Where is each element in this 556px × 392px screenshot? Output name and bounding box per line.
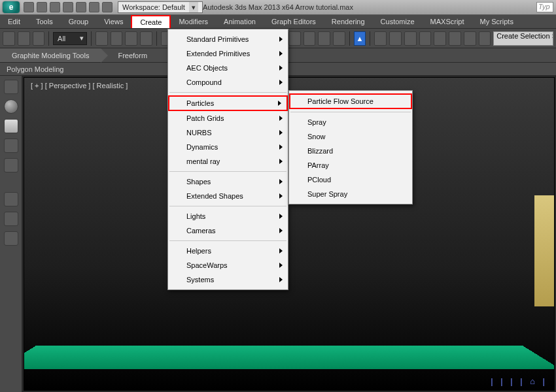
- menu-my-scripts[interactable]: My Scripts: [472, 15, 521, 28]
- chevron-down-icon[interactable]: ▾: [189, 2, 198, 12]
- menu-animation[interactable]: Animation: [216, 15, 264, 28]
- schematic-icon[interactable]: [434, 31, 446, 46]
- menu-separator: [169, 240, 287, 241]
- dock-tshirt-icon[interactable]: [4, 119, 18, 133]
- create-menu-item-aec-objects[interactable]: AEC Objects: [168, 61, 288, 75]
- select-region-icon[interactable]: [125, 31, 137, 46]
- render-setup-icon[interactable]: [464, 31, 476, 46]
- toolbar-separator: [156, 31, 157, 46]
- app-logo[interactable]: e: [3, 1, 20, 13]
- particles-menu-item-blizzard[interactable]: Blizzard: [289, 144, 412, 158]
- dock-fx-icon[interactable]: [4, 158, 18, 172]
- particles-menu-item-parray[interactable]: PArray: [289, 158, 412, 172]
- quick-access-toolbar: [24, 2, 113, 12]
- layers-icon[interactable]: [404, 31, 417, 46]
- particles-submenu: Particle Flow SourceSpraySnowBlizzardPAr…: [288, 90, 413, 204]
- main-menubar: EditToolsGroupViewsCreateModifiersAnimat…: [0, 14, 556, 29]
- dock-sphere-icon[interactable]: [4, 99, 18, 114]
- create-menu-item-compound[interactable]: Compound: [168, 75, 288, 90]
- menu-views[interactable]: Views: [96, 15, 131, 28]
- select-name-icon[interactable]: [111, 31, 123, 46]
- ribbon-tab-freeform[interactable]: Freeform: [101, 48, 159, 62]
- create-selection-set-button[interactable]: Create Selection Se: [493, 31, 553, 46]
- dock-brush-icon[interactable]: [4, 139, 18, 153]
- menu-separator: [290, 112, 411, 112]
- title-bar: e Workspace: Default ▾ Autodesk 3ds Max …: [0, 0, 556, 14]
- title-search-input[interactable]: Typ: [536, 2, 553, 12]
- dock-sound-icon[interactable]: [4, 192, 18, 206]
- toolbar-separator: [370, 31, 370, 46]
- create-menu-item-shapes[interactable]: Shapes: [168, 174, 288, 189]
- create-menu: Standard PrimitivesExtended PrimitivesAE…: [167, 29, 288, 290]
- workspace-label: Workspace: Default: [122, 3, 185, 11]
- menu-group[interactable]: Group: [61, 15, 97, 28]
- dock-record-icon[interactable]: [4, 231, 18, 246]
- menu-rendering[interactable]: Rendering: [324, 15, 373, 28]
- dock-camera-icon[interactable]: [4, 80, 18, 94]
- create-menu-item-helpers[interactable]: Helpers: [168, 244, 288, 258]
- spinnersnap-icon[interactable]: [333, 31, 345, 46]
- create-menu-item-extended-primitives[interactable]: Extended Primitives: [168, 46, 288, 61]
- named-selection-icon[interactable]: ▲: [354, 31, 366, 46]
- create-menu-item-standard-primitives[interactable]: Standard Primitives: [168, 32, 288, 46]
- menu-modifiers[interactable]: Modifiers: [171, 15, 216, 28]
- particles-menu-item-snow[interactable]: Snow: [289, 129, 412, 144]
- ribbon-tab-graphite[interactable]: Graphite Modeling Tools: [0, 48, 101, 62]
- qat-link-icon[interactable]: [89, 2, 99, 12]
- toolbar-separator: [349, 31, 350, 46]
- viewport-label[interactable]: [ + ] [ Perspective ] [ Realistic ]: [31, 82, 128, 90]
- selection-filter-label: All: [58, 35, 65, 42]
- create-menu-item-cameras[interactable]: Cameras: [168, 223, 288, 238]
- create-menu-item-particles[interactable]: Particles: [168, 95, 288, 111]
- anglesnap-icon[interactable]: [304, 31, 316, 46]
- menu-maxscript[interactable]: MAXScript: [423, 15, 472, 28]
- toolbar-separator: [91, 31, 92, 46]
- workspace-selector[interactable]: Workspace: Default ▾: [118, 1, 203, 13]
- create-menu-item-lights[interactable]: Lights: [168, 209, 288, 223]
- snap-icon[interactable]: [288, 31, 301, 46]
- create-menu-item-dynamics[interactable]: Dynamics: [168, 140, 288, 154]
- qat-open-icon[interactable]: [37, 2, 47, 12]
- menu-edit[interactable]: Edit: [0, 15, 28, 28]
- qat-redo-icon[interactable]: [76, 2, 86, 12]
- create-menu-item-spacewarps[interactable]: SpaceWarps: [168, 258, 288, 272]
- select-icon[interactable]: [96, 31, 108, 46]
- align-icon[interactable]: [389, 31, 402, 46]
- particles-menu-item-pcloud[interactable]: PCloud: [289, 172, 412, 187]
- menu-graph-editors[interactable]: Graph Editors: [264, 15, 324, 28]
- scene-box-object[interactable]: [534, 195, 555, 306]
- window-crossing-icon[interactable]: [140, 31, 152, 46]
- create-menu-item-extended-shapes[interactable]: Extended Shapes: [168, 189, 288, 203]
- qat-save-icon[interactable]: [50, 2, 60, 12]
- scene-ground-plane[interactable]: [24, 346, 555, 369]
- selection-filter-dropdown[interactable]: All: [53, 32, 87, 45]
- particles-menu-item-particle-flow-source[interactable]: Particle Flow Source: [289, 93, 412, 109]
- material-icon[interactable]: [449, 31, 461, 46]
- qat-new-icon[interactable]: [24, 2, 34, 12]
- create-menu-item-patch-grids[interactable]: Patch Grids: [168, 111, 288, 125]
- unlink-icon[interactable]: [18, 31, 30, 46]
- create-menu-item-nurbs[interactable]: NURBS: [168, 125, 288, 140]
- mirror-icon[interactable]: [374, 31, 387, 46]
- menu-customize[interactable]: Customize: [373, 15, 423, 28]
- dock-play-icon[interactable]: [4, 212, 18, 226]
- menu-separator: [169, 92, 287, 93]
- toolbar-separator: [48, 31, 49, 46]
- qat-more-icon[interactable]: [102, 2, 113, 12]
- scene-tick-marks: | | | | ⌂ |: [491, 376, 547, 386]
- menu-tools[interactable]: Tools: [28, 15, 61, 28]
- particles-menu-item-spray[interactable]: Spray: [289, 115, 412, 129]
- link-icon[interactable]: [3, 31, 15, 46]
- menu-separator: [169, 206, 287, 206]
- percentsnap-icon[interactable]: [318, 31, 330, 46]
- render-frame-icon[interactable]: [479, 31, 491, 46]
- particles-menu-item-super-spray[interactable]: Super Spray: [289, 187, 412, 201]
- curve-editor-icon[interactable]: [419, 31, 432, 46]
- qat-undo-icon[interactable]: [63, 2, 73, 12]
- menu-separator: [169, 171, 287, 172]
- bind-icon[interactable]: [33, 31, 45, 46]
- left-dock: [0, 76, 22, 392]
- menu-create[interactable]: Create: [131, 15, 171, 28]
- create-menu-item-mental-ray[interactable]: mental ray: [168, 154, 288, 169]
- create-menu-item-systems[interactable]: Systems: [168, 272, 288, 287]
